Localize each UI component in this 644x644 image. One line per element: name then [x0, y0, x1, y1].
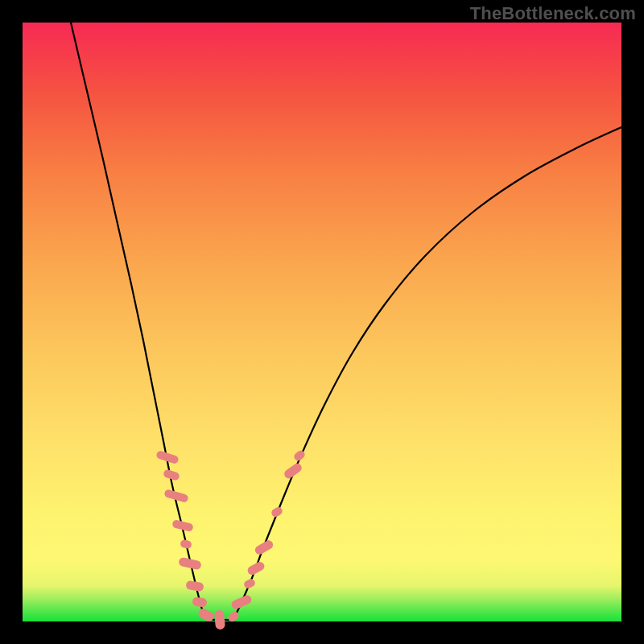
data-bead [180, 539, 192, 549]
bottleneck-curve [71, 23, 621, 620]
data-bead [196, 607, 215, 623]
data-bead [192, 597, 207, 607]
data-bead [230, 594, 253, 611]
data-bead [214, 610, 225, 630]
watermark-text: TheBottleneck.com [470, 3, 636, 24]
plot-area [23, 23, 621, 621]
chart-frame: TheBottleneck.com [0, 0, 644, 644]
data-bead [254, 539, 275, 556]
data-bead [246, 560, 266, 576]
data-bead [243, 577, 257, 589]
data-bead [226, 610, 240, 624]
data-bead [270, 506, 283, 518]
data-bead [283, 461, 303, 480]
curve-layer [23, 23, 621, 621]
data-bead [185, 580, 204, 592]
data-bead [292, 449, 306, 462]
